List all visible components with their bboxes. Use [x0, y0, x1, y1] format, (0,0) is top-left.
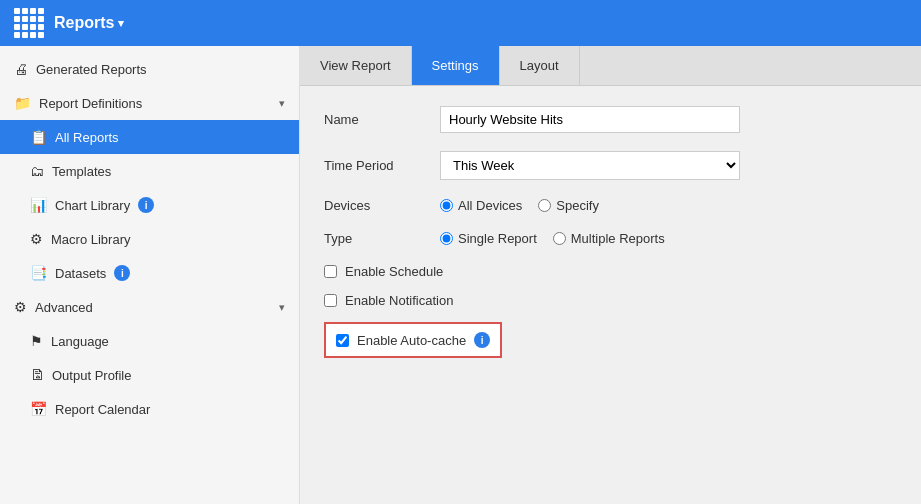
enable-notification-label: Enable Notification	[345, 293, 453, 308]
sidebar-item-datasets[interactable]: 📑 Datasets i	[0, 256, 299, 290]
type-multiple-radio[interactable]	[553, 232, 566, 245]
tab-settings[interactable]: Settings	[412, 46, 500, 85]
sidebar-item-label: Report Calendar	[55, 402, 150, 417]
app-title[interactable]: Reports ▾	[54, 14, 124, 32]
datasets-icon: 📑	[30, 265, 47, 281]
enable-autocache-row: Enable Auto-cache i	[324, 322, 502, 358]
sidebar-item-label: Chart Library	[55, 198, 130, 213]
advanced-icon: ⚙	[14, 299, 27, 315]
header-chevron: ▾	[118, 17, 124, 30]
devices-radio-group: All Devices Specify	[440, 198, 599, 213]
main-content: View Report Settings Layout Name Time Pe…	[300, 46, 921, 504]
report-definitions-chevron: ▾	[279, 97, 285, 110]
sidebar: 🖨 Generated Reports 📁 Report Definitions…	[0, 46, 300, 504]
time-period-select[interactable]: This Week Last Week This Month Last Mont…	[440, 151, 740, 180]
sidebar-item-report-definitions[interactable]: 📁 Report Definitions ▾	[0, 86, 299, 120]
type-single-label: Single Report	[458, 231, 537, 246]
output-profile-icon: 🖺	[30, 367, 44, 383]
sidebar-item-generated-reports[interactable]: 🖨 Generated Reports	[0, 52, 299, 86]
sidebar-item-language[interactable]: ⚑ Language	[0, 324, 299, 358]
chart-library-icon: 📊	[30, 197, 47, 213]
enable-schedule-row: Enable Schedule	[324, 264, 897, 279]
type-label: Type	[324, 231, 424, 246]
time-period-row: Time Period This Week Last Week This Mon…	[324, 151, 897, 180]
tab-view-report[interactable]: View Report	[300, 46, 412, 85]
sidebar-item-label: Advanced	[35, 300, 93, 315]
sidebar-item-chart-library[interactable]: 📊 Chart Library i	[0, 188, 299, 222]
enable-schedule-label: Enable Schedule	[345, 264, 443, 279]
enable-schedule-checkbox[interactable]	[324, 265, 337, 278]
sidebar-item-label: Output Profile	[52, 368, 132, 383]
devices-label: Devices	[324, 198, 424, 213]
datasets-info-icon[interactable]: i	[114, 265, 130, 281]
sidebar-item-label: Language	[51, 334, 109, 349]
language-icon: ⚑	[30, 333, 43, 349]
settings-form: Name Time Period This Week Last Week Thi…	[300, 86, 921, 392]
type-single-option[interactable]: Single Report	[440, 231, 537, 246]
tab-layout[interactable]: Layout	[500, 46, 580, 85]
macro-library-icon: ⚙	[30, 231, 43, 247]
templates-icon: 🗂	[30, 163, 44, 179]
devices-all-label: All Devices	[458, 198, 522, 213]
main-layout: 🖨 Generated Reports 📁 Report Definitions…	[0, 46, 921, 504]
autocache-info-icon[interactable]: i	[474, 332, 490, 348]
app-header: Reports ▾	[0, 0, 921, 46]
app-grid-icon[interactable]	[14, 8, 44, 38]
sidebar-item-report-calendar[interactable]: 📅 Report Calendar	[0, 392, 299, 426]
sidebar-item-output-profile[interactable]: 🖺 Output Profile	[0, 358, 299, 392]
type-radio-group: Single Report Multiple Reports	[440, 231, 665, 246]
sidebar-item-label: Macro Library	[51, 232, 130, 247]
sidebar-item-label: Report Definitions	[39, 96, 142, 111]
type-row: Type Single Report Multiple Reports	[324, 231, 897, 246]
time-period-label: Time Period	[324, 158, 424, 173]
devices-specify-label: Specify	[556, 198, 599, 213]
devices-all-radio[interactable]	[440, 199, 453, 212]
sidebar-item-label: Generated Reports	[36, 62, 147, 77]
name-row: Name	[324, 106, 897, 133]
sidebar-item-templates[interactable]: 🗂 Templates	[0, 154, 299, 188]
report-definitions-icon: 📁	[14, 95, 31, 111]
sidebar-item-all-reports[interactable]: 📋 All Reports	[0, 120, 299, 154]
report-calendar-icon: 📅	[30, 401, 47, 417]
enable-autocache-label: Enable Auto-cache	[357, 333, 466, 348]
devices-all-option[interactable]: All Devices	[440, 198, 522, 213]
header-title-text: Reports	[54, 14, 114, 32]
chart-library-info-icon[interactable]: i	[138, 197, 154, 213]
type-single-radio[interactable]	[440, 232, 453, 245]
devices-row: Devices All Devices Specify	[324, 198, 897, 213]
type-multiple-label: Multiple Reports	[571, 231, 665, 246]
devices-specify-radio[interactable]	[538, 199, 551, 212]
enable-notification-checkbox[interactable]	[324, 294, 337, 307]
sidebar-item-label: Datasets	[55, 266, 106, 281]
enable-autocache-checkbox[interactable]	[336, 334, 349, 347]
generated-reports-icon: 🖨	[14, 61, 28, 77]
sidebar-item-label: All Reports	[55, 130, 119, 145]
advanced-chevron: ▾	[279, 301, 285, 314]
tab-bar: View Report Settings Layout	[300, 46, 921, 86]
type-multiple-option[interactable]: Multiple Reports	[553, 231, 665, 246]
all-reports-icon: 📋	[30, 129, 47, 145]
checkbox-section: Enable Schedule Enable Notification Enab…	[324, 264, 897, 372]
sidebar-item-macro-library[interactable]: ⚙ Macro Library	[0, 222, 299, 256]
name-label: Name	[324, 112, 424, 127]
name-input[interactable]	[440, 106, 740, 133]
sidebar-item-label: Templates	[52, 164, 111, 179]
enable-notification-row: Enable Notification	[324, 293, 897, 308]
devices-specify-option[interactable]: Specify	[538, 198, 599, 213]
sidebar-item-advanced[interactable]: ⚙ Advanced ▾	[0, 290, 299, 324]
